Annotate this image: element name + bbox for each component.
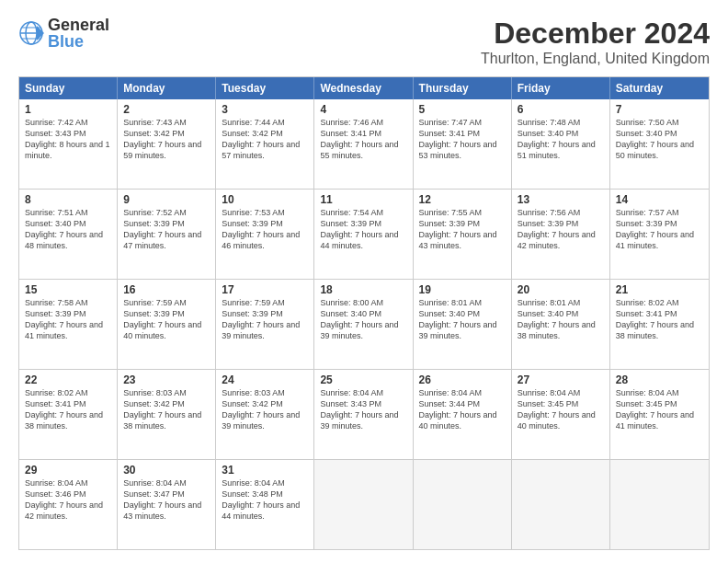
day-cell-17: 17 Sunrise: 7:59 AMSunset: 3:39 PMDaylig… — [216, 280, 314, 369]
day-cell-7: 7 Sunrise: 7:50 AMSunset: 3:40 PMDayligh… — [610, 99, 709, 189]
day-number: 17 — [222, 283, 308, 296]
week-row-5: 29 Sunrise: 8:04 AMSunset: 3:46 PMDaylig… — [19, 460, 709, 549]
day-cell-25: 25 Sunrise: 8:04 AMSunset: 3:43 PMDaylig… — [314, 370, 413, 459]
day-number: 20 — [518, 283, 604, 296]
weekday-tuesday: Tuesday — [216, 77, 314, 99]
day-number: 12 — [419, 193, 506, 206]
day-number: 25 — [320, 373, 406, 386]
day-detail: Sunrise: 7:48 AMSunset: 3:40 PMDaylight:… — [518, 118, 596, 160]
day-detail: Sunrise: 8:04 AMSunset: 3:43 PMDaylight:… — [320, 388, 398, 431]
day-number: 28 — [616, 373, 703, 386]
day-number: 1 — [25, 103, 111, 116]
day-cell-29: 29 Sunrise: 8:04 AMSunset: 3:46 PMDaylig… — [19, 460, 118, 549]
day-number: 10 — [222, 193, 308, 206]
day-number: 23 — [123, 373, 210, 386]
day-cell-26: 26 Sunrise: 8:04 AMSunset: 3:44 PMDaylig… — [414, 370, 512, 459]
logo-general: General — [48, 17, 109, 33]
day-cell-1: 1 Sunrise: 7:42 AMSunset: 3:43 PMDayligh… — [19, 99, 118, 189]
day-detail: Sunrise: 7:59 AMSunset: 3:39 PMDaylight:… — [123, 298, 201, 340]
day-number: 19 — [419, 283, 506, 296]
day-number: 9 — [123, 193, 210, 206]
day-number: 6 — [518, 103, 604, 116]
day-detail: Sunrise: 8:03 AMSunset: 3:42 PMDaylight:… — [222, 388, 300, 431]
weekday-friday: Friday — [512, 77, 610, 99]
day-detail: Sunrise: 8:04 AMSunset: 3:44 PMDaylight:… — [419, 388, 497, 431]
day-cell-20: 20 Sunrise: 8:01 AMSunset: 3:40 PMDaylig… — [512, 280, 610, 369]
day-cell-30: 30 Sunrise: 8:04 AMSunset: 3:47 PMDaylig… — [118, 460, 216, 549]
day-cell-23: 23 Sunrise: 8:03 AMSunset: 3:42 PMDaylig… — [118, 370, 216, 459]
day-number: 16 — [123, 283, 210, 296]
calendar-body: 1 Sunrise: 7:42 AMSunset: 3:43 PMDayligh… — [19, 99, 709, 549]
weekday-thursday: Thursday — [414, 77, 512, 99]
day-detail: Sunrise: 8:01 AMSunset: 3:40 PMDaylight:… — [518, 298, 596, 340]
day-detail: Sunrise: 8:04 AMSunset: 3:45 PMDaylight:… — [616, 388, 694, 431]
week-row-2: 8 Sunrise: 7:51 AMSunset: 3:40 PMDayligh… — [19, 190, 709, 280]
day-detail: Sunrise: 8:00 AMSunset: 3:40 PMDaylight:… — [320, 298, 398, 340]
page: General Blue December 2024 Thurlton, Eng… — [0, 0, 728, 563]
day-detail: Sunrise: 7:52 AMSunset: 3:39 PMDaylight:… — [123, 208, 201, 250]
day-detail: Sunrise: 7:55 AMSunset: 3:39 PMDaylight:… — [419, 208, 497, 250]
day-detail: Sunrise: 7:47 AMSunset: 3:41 PMDaylight:… — [419, 118, 497, 160]
logo-blue: Blue — [48, 33, 109, 50]
day-cell-28: 28 Sunrise: 8:04 AMSunset: 3:45 PMDaylig… — [610, 370, 709, 459]
day-number: 13 — [518, 193, 604, 206]
day-detail: Sunrise: 8:03 AMSunset: 3:42 PMDaylight:… — [123, 388, 201, 431]
weekday-wednesday: Wednesday — [314, 77, 413, 99]
day-detail: Sunrise: 7:42 AMSunset: 3:43 PMDaylight:… — [25, 118, 110, 160]
day-number: 5 — [419, 103, 506, 116]
day-number: 15 — [25, 283, 111, 296]
day-number: 31 — [222, 464, 308, 477]
title-block: December 2024 Thurlton, England, United … — [481, 17, 710, 67]
day-detail: Sunrise: 8:04 AMSunset: 3:47 PMDaylight:… — [123, 478, 201, 521]
day-number: 2 — [123, 103, 210, 116]
day-number: 27 — [518, 373, 604, 386]
week-row-1: 1 Sunrise: 7:42 AMSunset: 3:43 PMDayligh… — [19, 99, 709, 190]
day-number: 22 — [25, 373, 111, 386]
day-cell-14: 14 Sunrise: 7:57 AMSunset: 3:39 PMDaylig… — [610, 190, 709, 279]
globe-icon — [18, 20, 44, 46]
day-cell-2: 2 Sunrise: 7:43 AMSunset: 3:42 PMDayligh… — [118, 99, 216, 189]
day-number: 29 — [25, 464, 111, 477]
day-cell-8: 8 Sunrise: 7:51 AMSunset: 3:40 PMDayligh… — [19, 190, 118, 279]
calendar: Sunday Monday Tuesday Wednesday Thursday… — [18, 76, 710, 550]
day-detail: Sunrise: 7:59 AMSunset: 3:39 PMDaylight:… — [222, 298, 300, 340]
day-detail: Sunrise: 7:54 AMSunset: 3:39 PMDaylight:… — [320, 208, 398, 250]
day-cell-18: 18 Sunrise: 8:00 AMSunset: 3:40 PMDaylig… — [314, 280, 413, 369]
day-number: 8 — [25, 193, 111, 206]
day-cell-11: 11 Sunrise: 7:54 AMSunset: 3:39 PMDaylig… — [314, 190, 413, 279]
day-number: 21 — [616, 283, 703, 296]
empty-cell-4-5 — [512, 460, 610, 549]
day-number: 18 — [320, 283, 406, 296]
day-detail: Sunrise: 8:02 AMSunset: 3:41 PMDaylight:… — [616, 298, 694, 340]
empty-cell-4-3 — [314, 460, 413, 549]
day-detail: Sunrise: 8:01 AMSunset: 3:40 PMDaylight:… — [419, 298, 497, 340]
day-cell-5: 5 Sunrise: 7:47 AMSunset: 3:41 PMDayligh… — [414, 99, 512, 189]
day-detail: Sunrise: 8:04 AMSunset: 3:48 PMDaylight:… — [222, 478, 300, 521]
weekday-saturday: Saturday — [610, 77, 709, 99]
empty-cell-4-4 — [414, 460, 512, 549]
day-detail: Sunrise: 8:04 AMSunset: 3:45 PMDaylight:… — [518, 388, 596, 431]
day-detail: Sunrise: 7:58 AMSunset: 3:39 PMDaylight:… — [25, 298, 103, 340]
day-cell-13: 13 Sunrise: 7:56 AMSunset: 3:39 PMDaylig… — [512, 190, 610, 279]
day-number: 3 — [222, 103, 308, 116]
day-cell-10: 10 Sunrise: 7:53 AMSunset: 3:39 PMDaylig… — [216, 190, 314, 279]
day-detail: Sunrise: 7:51 AMSunset: 3:40 PMDaylight:… — [25, 208, 103, 250]
day-number: 26 — [419, 373, 506, 386]
day-cell-12: 12 Sunrise: 7:55 AMSunset: 3:39 PMDaylig… — [414, 190, 512, 279]
day-cell-4: 4 Sunrise: 7:46 AMSunset: 3:41 PMDayligh… — [314, 99, 413, 189]
day-cell-21: 21 Sunrise: 8:02 AMSunset: 3:41 PMDaylig… — [610, 280, 709, 369]
day-detail: Sunrise: 7:46 AMSunset: 3:41 PMDaylight:… — [320, 118, 398, 160]
weekday-monday: Monday — [118, 77, 216, 99]
day-number: 24 — [222, 373, 308, 386]
day-detail: Sunrise: 7:43 AMSunset: 3:42 PMDaylight:… — [123, 118, 201, 160]
day-cell-3: 3 Sunrise: 7:44 AMSunset: 3:42 PMDayligh… — [216, 99, 314, 189]
day-number: 4 — [320, 103, 406, 116]
day-detail: Sunrise: 7:50 AMSunset: 3:40 PMDaylight:… — [616, 118, 694, 160]
day-cell-15: 15 Sunrise: 7:58 AMSunset: 3:39 PMDaylig… — [19, 280, 118, 369]
day-number: 11 — [320, 193, 406, 206]
weekday-sunday: Sunday — [19, 77, 118, 99]
day-cell-16: 16 Sunrise: 7:59 AMSunset: 3:39 PMDaylig… — [118, 280, 216, 369]
day-number: 30 — [123, 464, 210, 477]
page-title: December 2024 — [481, 17, 710, 51]
day-detail: Sunrise: 7:57 AMSunset: 3:39 PMDaylight:… — [616, 208, 694, 250]
